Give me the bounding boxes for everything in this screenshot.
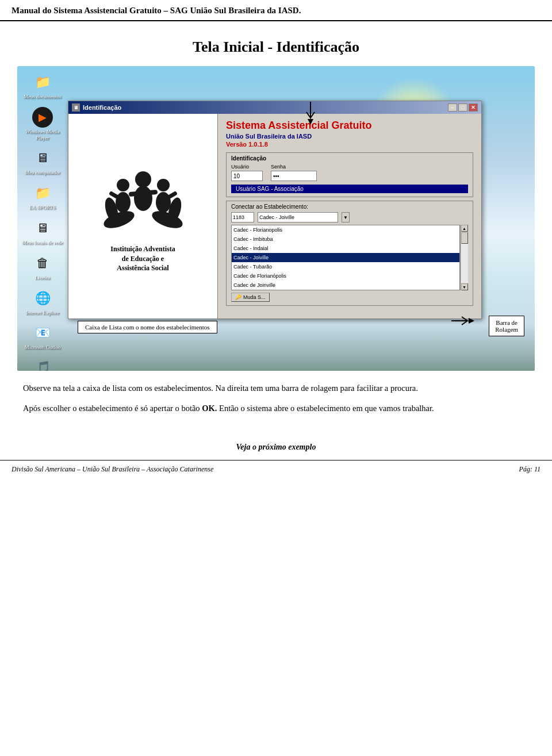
desktop-icons: 📁 Meus documentos ▶ Windows Media Player… bbox=[22, 72, 63, 371]
paragraph-1: Observe na tela a caixa de lista com os … bbox=[23, 381, 529, 396]
svg-point-5 bbox=[134, 186, 152, 211]
desktop-icon-meus-documentos[interactable]: 📁 Meus documentos bbox=[22, 72, 63, 100]
recycle-bin-icon: 🗑 bbox=[32, 253, 53, 274]
ie-icon: 🌐 bbox=[32, 288, 53, 309]
footer-left: Divisão Sul Americana – União Sul Brasil… bbox=[12, 465, 213, 474]
svg-marker-13 bbox=[308, 119, 313, 125]
dropdown-item-2[interactable]: Cadec - Indaial bbox=[232, 244, 459, 253]
jet-audio-icon: 🎵 bbox=[32, 358, 53, 371]
dialog-title: Identificação bbox=[83, 104, 121, 111]
desktop-icon-rede[interactable]: 🖥 Meus locais de rede bbox=[22, 218, 63, 246]
institution-logo bbox=[97, 159, 189, 240]
minimize-button[interactable]: – bbox=[448, 103, 457, 112]
dialog-icon: 🖥 bbox=[72, 103, 80, 112]
icon-label: Meus locais de rede bbox=[22, 240, 63, 246]
maximize-button[interactable]: □ bbox=[458, 103, 467, 112]
dialog-titlebar: 🖥 Identificação – □ ✕ bbox=[68, 101, 481, 114]
dropdown-item-4[interactable]: Cadec - Tubarão bbox=[232, 262, 459, 271]
page-title: Tela Inicial - Identificação bbox=[0, 21, 552, 66]
callout-barra-text: Barra deRolagem bbox=[495, 319, 518, 333]
dropdown-item-5[interactable]: Cadec de Florianópolis bbox=[232, 271, 459, 281]
id-section-title: Identificação bbox=[231, 155, 468, 162]
dialog-window: 🖥 Identificação – □ ✕ bbox=[68, 101, 482, 319]
system-subtitle: União Sul Brasileira da IASD bbox=[226, 133, 473, 140]
desktop-icon-media-player[interactable]: ▶ Windows Media Player bbox=[22, 107, 63, 141]
dialog-left-panel: Instituição Adventistade Educação eAssis… bbox=[68, 114, 218, 318]
dropdown-item-6[interactable]: Cadec de Joinville bbox=[232, 281, 459, 290]
footer-right: Pág: 11 bbox=[519, 465, 540, 474]
scroll-thumb[interactable] bbox=[461, 232, 468, 244]
desktop-icon-lixeira[interactable]: 🗑 Lixeira bbox=[22, 253, 63, 281]
media-player-icon: ▶ bbox=[32, 107, 53, 128]
body-content: Observe na tela a caixa de lista com os … bbox=[0, 371, 552, 431]
desktop-icon-internet-explorer[interactable]: 🌐 Internet Explore bbox=[22, 288, 63, 316]
usuario-label: Usuário bbox=[231, 164, 263, 170]
dropdown-arrow[interactable]: ▼ bbox=[342, 212, 350, 222]
connect-name-input[interactable] bbox=[258, 212, 338, 222]
desktop-icon-ea-sports[interactable]: 📁 EA SPORTS bbox=[22, 183, 63, 211]
connect-row: ▼ bbox=[231, 212, 468, 222]
center-text-label: Veja o próximo exemplo bbox=[236, 443, 316, 451]
scroll-up-button[interactable]: ▲ bbox=[461, 225, 468, 232]
outlook-icon: 📧 bbox=[32, 323, 53, 343]
connect-code-input[interactable] bbox=[231, 212, 254, 222]
usuario-col: Usuário bbox=[231, 164, 263, 181]
network-icon: 🖥 bbox=[32, 218, 53, 239]
desktop-icon-meu-computador[interactable]: 🖥 Meu computador bbox=[22, 148, 63, 176]
folder-icon: 📁 bbox=[32, 72, 53, 93]
para1-text: Observe na tela a caixa de lista com os … bbox=[23, 383, 418, 393]
svg-point-6 bbox=[117, 179, 129, 191]
connect-section: Conectar ao Estabelecimento: ▼ Cadec - F… bbox=[226, 201, 473, 306]
institution-name: Instituição Adventistade Educação eAssis… bbox=[110, 244, 175, 273]
dropdown-list: Cadec - Florianopolis Cadec - Imbituba C… bbox=[231, 225, 460, 290]
svg-point-4 bbox=[135, 171, 151, 187]
center-text: Veja o próximo exemplo bbox=[0, 443, 552, 452]
system-version: Versão 1.0.1.8 bbox=[226, 141, 473, 148]
muda-label: Muda S... bbox=[243, 294, 266, 300]
computer-icon: 🖥 bbox=[32, 148, 53, 168]
icon-label: Windows Media Player bbox=[22, 129, 63, 141]
ea-sports-icon: 📁 bbox=[32, 183, 53, 204]
callout-barra: Barra deRolagem bbox=[489, 316, 524, 336]
desktop-icon-outlook[interactable]: 📧 Microsoft Outloo bbox=[22, 323, 63, 351]
paragraph-2: Após escolher o estabelecimento é só ape… bbox=[23, 401, 529, 416]
callout-lista: Caixa de Lista com o nome dos estabeleci… bbox=[78, 321, 217, 333]
usuario-tipo: Usuário SAG - Associação bbox=[231, 185, 468, 193]
usuario-input[interactable] bbox=[231, 171, 263, 181]
icon-label: Meu computador bbox=[25, 170, 60, 176]
connect-title: Conectar ao Estabelecimento: bbox=[231, 204, 468, 210]
arrow-barra-svg bbox=[451, 312, 474, 329]
screenshot-area: 📁 Meus documentos ▶ Windows Media Player… bbox=[17, 66, 535, 371]
icon-label: Internet Explore bbox=[26, 310, 60, 316]
para2-suffix: Então o sistema abre o estabelecimento e… bbox=[217, 404, 434, 413]
scroll-down-button[interactable]: ▼ bbox=[461, 283, 468, 290]
svg-marker-14 bbox=[469, 318, 474, 324]
dropdown-scrollbar[interactable]: ▲ ▼ bbox=[460, 225, 468, 290]
arrow-barra bbox=[451, 312, 474, 332]
dropdown-item-0[interactable]: Cadec - Florianopolis bbox=[232, 225, 459, 235]
senha-col: Senha bbox=[271, 164, 317, 181]
icon-label: Microsoft Outloo bbox=[25, 344, 61, 351]
para2-ok: OK. bbox=[202, 404, 217, 413]
system-title: Sistema Assistencial Gratuito bbox=[226, 120, 473, 132]
svg-point-8 bbox=[157, 179, 170, 191]
callout-lista-text: Caixa de Lista com o nome dos estabeleci… bbox=[85, 324, 210, 331]
desktop-icon-jet-audio[interactable]: 🎵 Jet-Audio bbox=[22, 358, 63, 371]
arrow-dialog bbox=[302, 102, 319, 127]
dropdown-item-1[interactable]: Cadec - Imbituba bbox=[232, 235, 459, 244]
dropdown-container: Cadec - Florianopolis Cadec - Imbituba C… bbox=[231, 225, 468, 290]
icon-label: Lixeira bbox=[35, 275, 50, 281]
senha-label: Senha bbox=[271, 164, 317, 170]
senha-input[interactable] bbox=[271, 171, 317, 181]
para2-prefix: Após escolher o estabelecimento é só ape… bbox=[23, 404, 202, 413]
close-button[interactable]: ✕ bbox=[469, 103, 478, 112]
header-title: Manual do Sistema Assistencial Gratuito … bbox=[12, 6, 301, 15]
muda-button[interactable]: 🔑 Muda S... bbox=[231, 293, 270, 302]
scroll-track bbox=[461, 232, 468, 283]
arrow-down-svg bbox=[302, 102, 319, 125]
dialog-body: Instituição Adventistade Educação eAssis… bbox=[68, 114, 481, 318]
page-header: Manual do Sistema Assistencial Gratuito … bbox=[0, 0, 552, 21]
id-row: Usuário Senha bbox=[231, 164, 468, 181]
icon-label: Meus documentos bbox=[24, 94, 62, 100]
dropdown-item-3[interactable]: Cadec - Joiville bbox=[232, 253, 459, 262]
